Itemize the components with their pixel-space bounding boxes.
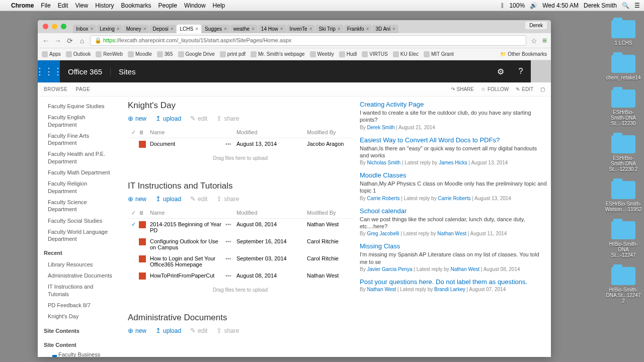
item-menu-icon[interactable]: •••	[225, 141, 236, 147]
upload-button[interactable]: ↥upload	[155, 195, 181, 203]
follow-button[interactable]: ☆ FOLLOW	[481, 86, 509, 92]
sidebar-recent-link[interactable]: Knight's Day	[42, 311, 117, 322]
forward-button[interactable]: →	[54, 37, 62, 45]
share-button[interactable]: ⇪share	[216, 195, 239, 203]
clock[interactable]: Wed 4:50 AM	[542, 2, 579, 9]
new-button[interactable]: ⊕new	[128, 115, 146, 122]
row-checkbox[interactable]: ✓	[128, 221, 139, 228]
discussion-title[interactable]: Moodle Classes	[360, 171, 547, 179]
sidebar-faculty-link[interactable]: Faculty Religion Department	[42, 178, 117, 197]
desktop-folder[interactable]: HrBio-Smith-DNA St...-12247	[606, 221, 641, 258]
close-tab-icon[interactable]: ×	[143, 26, 146, 32]
document-modified-by[interactable]: Carol Ritchie	[307, 238, 353, 244]
select-all-checkbox[interactable]: ✓	[128, 129, 139, 136]
sidebar-faculty-link[interactable]: Faculty Science Department	[42, 197, 117, 215]
section-title[interactable]: Knight's Day	[128, 101, 353, 111]
suite-site[interactable]: Sites	[110, 67, 143, 76]
share-page-button[interactable]: ↷ SHARE	[451, 86, 474, 92]
bookmark-item[interactable]: 365	[157, 51, 173, 57]
help-icon[interactable]: ?	[511, 60, 531, 82]
close-tab-icon[interactable]: ×	[280, 26, 283, 32]
edit-page-button[interactable]: ✎ EDIT	[516, 86, 533, 92]
share-button[interactable]: ⇪share	[216, 327, 239, 334]
bookmark-star-icon[interactable]: ☆	[530, 37, 538, 45]
item-menu-icon[interactable]: •••	[225, 273, 236, 279]
browser-tab[interactable]: Inbox×	[73, 25, 96, 33]
menu-people[interactable]: People	[158, 2, 177, 9]
bookmark-item[interactable]: KU Elec	[393, 51, 419, 57]
document-name[interactable]: HowToPrintFromPaperCut	[150, 273, 225, 279]
focus-icon[interactable]: ▢	[540, 86, 545, 92]
app-launcher-icon[interactable]: ⋮⋮⋮	[38, 60, 60, 82]
sidebar-faculty-link[interactable]: Faculty Math Department	[42, 167, 117, 178]
menu-window[interactable]: Window	[184, 2, 206, 9]
item-menu-icon[interactable]: •••	[225, 221, 236, 227]
drag-drop-zone[interactable]: Drag files here to upload	[128, 283, 353, 302]
close-tab-icon[interactable]: ×	[309, 26, 312, 32]
browser-tab[interactable]: weathe×	[230, 25, 258, 33]
reload-button[interactable]: ⟳	[66, 37, 74, 45]
col-modified-by[interactable]: Modified By	[307, 210, 353, 216]
desktop-folder[interactable]: ESHrBio-Smith-Watson...-11952	[606, 181, 641, 212]
settings-gear-icon[interactable]: ⚙	[491, 60, 511, 82]
upload-button[interactable]: ↥upload	[155, 115, 181, 122]
desktop-folder[interactable]: ESHrBio-Smith-DNA St...-12230	[606, 89, 641, 126]
close-window-icon[interactable]	[43, 24, 48, 29]
document-modified-by[interactable]: Jacobo Aragon	[307, 141, 353, 147]
edit-button[interactable]: ✎edit	[190, 195, 207, 203]
bookmark-item[interactable]: RenWeb	[96, 51, 123, 57]
upload-button[interactable]: ↥upload	[155, 327, 181, 334]
volume-icon[interactable]: 🔊	[530, 2, 537, 9]
desktop-folder[interactable]: chem_retake14	[606, 55, 641, 80]
document-row[interactable]: HowToPrintFromPaperCut ••• August 08, 20…	[128, 270, 353, 283]
edit-button[interactable]: ✎edit	[190, 115, 207, 122]
sidebar-faculty-link[interactable]: Faculty Social Studies	[42, 215, 117, 226]
ribbon-browse[interactable]: BROWSE	[44, 86, 67, 92]
bookmark-item[interactable]: Apps	[42, 51, 61, 57]
document-row[interactable]: Configuring Outlook for Use on Campus ••…	[128, 236, 353, 253]
user-link[interactable]: Nathan West	[437, 231, 466, 236]
spotlight-icon[interactable]: 🔍	[622, 2, 629, 9]
close-tab-icon[interactable]: ×	[338, 26, 341, 32]
close-tab-icon[interactable]: ×	[171, 26, 174, 32]
bookmark-item[interactable]: Google Drive	[178, 51, 215, 57]
document-modified-by[interactable]: Nathan West	[307, 221, 353, 227]
sidebar-recent-link[interactable]: PD Feedback 8/7	[42, 300, 117, 311]
chrome-menu-icon[interactable]: ≡	[542, 36, 547, 45]
sidebar-recent-link[interactable]: Library Resources	[42, 259, 117, 270]
bookmark-item[interactable]: Weebly	[310, 51, 334, 57]
browser-tab[interactable]: Frankfo×	[344, 25, 372, 33]
menu-view[interactable]: View	[75, 2, 88, 9]
document-row[interactable]: Document ••• August 13, 2014 Jacobo Arag…	[128, 138, 353, 151]
user-link[interactable]: Derek Smith	[367, 125, 394, 130]
item-menu-icon[interactable]: •••	[225, 238, 236, 244]
browser-tab[interactable]: Ski Trip×	[315, 25, 343, 33]
desktop-folder[interactable]: ESHrBio-Smith-DNA St...-12230 2	[606, 135, 641, 172]
ribbon-page[interactable]: PAGE	[75, 86, 90, 92]
desktop-folder[interactable]: 1 LCHS	[606, 20, 641, 46]
sidebar-faculty-link[interactable]: Faculty World Language Department	[42, 226, 117, 245]
user-avatar[interactable]	[531, 60, 551, 82]
menu-edit[interactable]: Edit	[58, 2, 68, 9]
sidebar-faculty-link[interactable]: Faculty Equine Studies	[42, 101, 117, 112]
sidebar-tree-item[interactable]: ▸Faculty Business Departm	[42, 350, 117, 357]
close-tab-icon[interactable]: ×	[224, 26, 227, 32]
document-name[interactable]: Document	[150, 141, 225, 147]
document-row[interactable]: ✓ 2014-2015 Beginning of Year PD ••• Aug…	[128, 219, 353, 236]
browser-tab[interactable]: LCHS×	[177, 25, 201, 33]
bookmark-item[interactable]: Mr. Smith's webpage	[251, 51, 305, 57]
bookmark-item[interactable]: MIT Grant	[424, 51, 454, 57]
user-link[interactable]: Nathan West	[367, 287, 396, 292]
suite-brand[interactable]: Office 365	[60, 67, 110, 76]
browser-tab[interactable]: 3D Ani×	[372, 25, 398, 33]
bookmark-item[interactable]: VIRTUS	[362, 51, 388, 57]
bookmark-item[interactable]: print pdf	[220, 51, 246, 57]
discussion-title[interactable]: Creating Activity Page	[360, 101, 547, 108]
close-tab-icon[interactable]: ×	[195, 26, 198, 32]
user-link[interactable]: Nicholas Smith	[367, 160, 400, 165]
document-row[interactable]: How to Login and Set Your Office365 Home…	[128, 253, 353, 270]
section-title[interactable]: IT Instructions and Tutorials	[128, 181, 353, 191]
user-link[interactable]: Carrie Roberts	[438, 196, 470, 201]
discussion-title[interactable]: Easiest Way to Convert All Word Docs to …	[360, 136, 547, 144]
document-modified-by[interactable]: Carol Ritchie	[307, 255, 353, 261]
